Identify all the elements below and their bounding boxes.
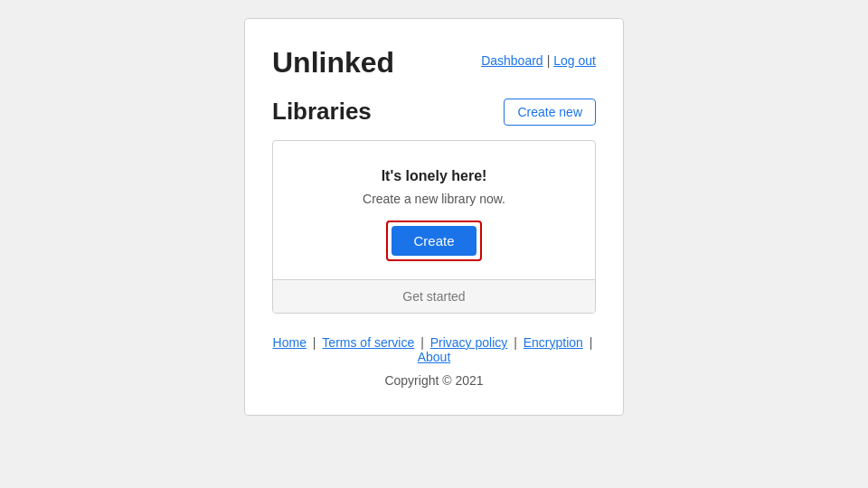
privacy-link[interactable]: Privacy policy [430, 335, 508, 350]
footer-sep-4: | [590, 335, 593, 350]
header-separator: | [547, 53, 551, 68]
header-links: Dashboard | Log out [481, 53, 596, 68]
empty-state-title: It's lonely here! [291, 168, 577, 184]
header: Unlinked Dashboard | Log out [272, 46, 596, 80]
empty-state-content: It's lonely here! Create a new library n… [273, 141, 595, 279]
main-container: Unlinked Dashboard | Log out Libraries C… [244, 18, 624, 416]
section-header: Libraries Create new [272, 98, 596, 126]
encryption-link[interactable]: Encryption [524, 335, 583, 350]
dashboard-link[interactable]: Dashboard [481, 53, 543, 68]
create-button-wrapper: Create [386, 221, 481, 261]
get-started-bar: Get started [273, 279, 595, 313]
terms-link[interactable]: Terms of service [322, 335, 414, 350]
footer-sep-2: | [420, 335, 428, 350]
create-new-button[interactable]: Create new [504, 99, 596, 126]
libraries-title: Libraries [272, 98, 372, 126]
empty-state-subtitle: Create a new library now. [291, 192, 577, 206]
empty-state-box: It's lonely here! Create a new library n… [272, 140, 596, 314]
about-link[interactable]: About [418, 350, 451, 364]
footer-sep-1: | [313, 335, 320, 350]
create-button[interactable]: Create [392, 226, 476, 256]
home-link[interactable]: Home [273, 335, 307, 350]
copyright: Copyright © 2021 [272, 373, 596, 388]
footer-links: Home | Terms of service | Privacy policy… [272, 335, 596, 364]
app-title: Unlinked [272, 46, 394, 80]
get-started-label: Get started [402, 289, 465, 304]
logout-link[interactable]: Log out [553, 53, 596, 68]
footer-sep-3: | [514, 335, 521, 350]
